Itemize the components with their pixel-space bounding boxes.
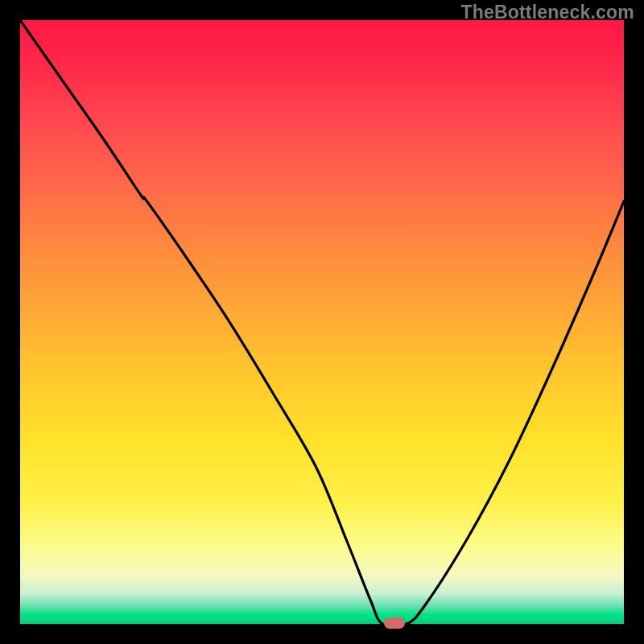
chart-frame: TheBottleneck.com <box>0 0 644 644</box>
watermark-text: TheBottleneck.com <box>460 2 634 23</box>
plot-area <box>20 20 624 624</box>
curve-path <box>20 20 624 624</box>
bottleneck-curve <box>20 20 624 624</box>
optimal-marker <box>384 617 405 629</box>
